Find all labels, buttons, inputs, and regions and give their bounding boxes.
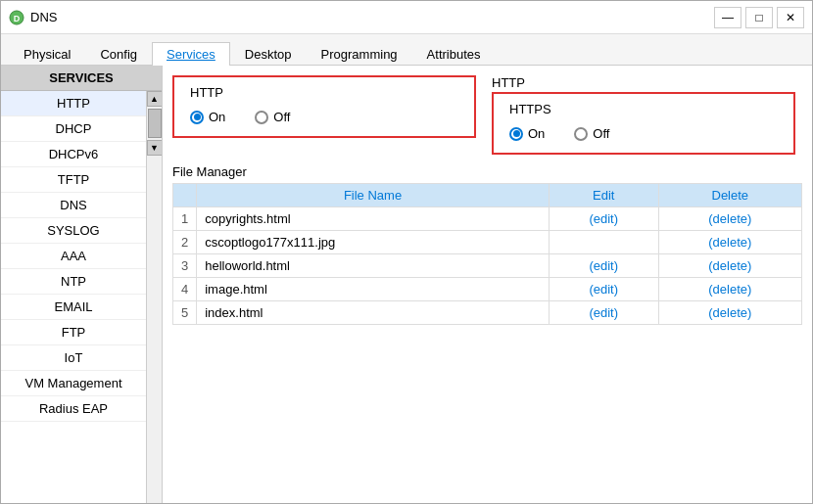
minimize-button[interactable]: — xyxy=(714,7,741,28)
file-table-body: 1copyrights.html(edit)(delete)2cscoptlog… xyxy=(173,207,802,325)
sidebar-item-aaa[interactable]: AAA xyxy=(1,244,146,269)
col-delete: Delete xyxy=(658,184,801,207)
main-window: D DNS — □ ✕ PhysicalConfigServicesDeskto… xyxy=(0,0,813,504)
title-bar-controls: — □ ✕ xyxy=(714,7,804,28)
sidebar-item-email[interactable]: EMAIL xyxy=(1,295,146,320)
http-radio-group: On Off xyxy=(190,110,458,124)
maximize-button[interactable]: □ xyxy=(745,7,773,28)
http-off-label[interactable]: Off xyxy=(255,110,290,124)
file-table-head: File Name Edit Delete xyxy=(173,184,802,207)
row-delete[interactable]: (delete) xyxy=(658,301,801,325)
tab-programming[interactable]: Programming xyxy=(307,42,412,66)
sidebar-item-ftp[interactable]: FTP xyxy=(1,320,146,345)
sidebar-item-dhcp[interactable]: DHCP xyxy=(1,116,146,142)
col-num xyxy=(173,184,197,207)
dns-icon: D xyxy=(9,10,24,25)
sidebar-item-syslog[interactable]: SYSLOG xyxy=(1,218,146,244)
row-edit[interactable]: (edit) xyxy=(549,254,658,278)
http-service-box: HTTP On Off xyxy=(172,75,476,138)
http-on-label[interactable]: On xyxy=(190,110,225,124)
row-num: 4 xyxy=(173,278,197,301)
row-edit[interactable]: (edit) xyxy=(549,301,658,325)
row-filename: image.html xyxy=(197,278,550,301)
tab-physical[interactable]: Physical xyxy=(9,42,85,66)
close-button[interactable]: ✕ xyxy=(777,7,804,28)
https-label-above: HTTP xyxy=(492,75,795,90)
sidebar-scroll: HTTPDHCPDHCPv6TFTPDNSSYSLOGAAANTPEMAILFT… xyxy=(1,91,162,503)
https-radio-group: On Off xyxy=(509,126,778,141)
http-on-radio[interactable] xyxy=(190,111,204,124)
sidebar-list: HTTPDHCPDHCPv6TFTPDNSSYSLOGAAANTPEMAILFT… xyxy=(1,91,146,503)
file-table: File Name Edit Delete 1copyrights.html(e… xyxy=(172,183,802,325)
table-row: 1copyrights.html(edit)(delete) xyxy=(173,207,802,231)
https-service-box-wrapper: HTTP HTTPS On Off xyxy=(492,75,795,155)
scroll-up-button[interactable]: ▲ xyxy=(147,91,163,107)
sidebar-item-http[interactable]: HTTP xyxy=(1,91,146,116)
row-num: 1 xyxy=(173,207,197,231)
file-manager-label: File Manager xyxy=(172,164,802,179)
svg-text:D: D xyxy=(14,14,21,23)
https-on-radio[interactable] xyxy=(509,127,523,141)
https-box: HTTPS On Off xyxy=(492,92,795,155)
http-off-radio[interactable] xyxy=(255,111,268,124)
table-row: 4image.html(edit)(delete) xyxy=(173,278,802,301)
sidebar-header: SERVICES xyxy=(1,66,162,91)
sidebar-item-dhcpv6[interactable]: DHCPv6 xyxy=(1,142,146,167)
http-box: HTTP On Off xyxy=(172,75,476,138)
scrollbar-track: ▲ ▼ xyxy=(146,91,162,503)
row-num: 5 xyxy=(173,301,197,325)
row-delete[interactable]: (delete) xyxy=(658,278,801,301)
https-off-text: Off xyxy=(593,126,609,141)
http-https-section: HTTP On Off xyxy=(172,75,802,155)
row-edit[interactable]: (edit) xyxy=(549,207,658,231)
scrollbar-thumb[interactable] xyxy=(148,109,162,138)
row-filename: index.html xyxy=(197,301,550,325)
col-filename: File Name xyxy=(197,184,550,207)
scroll-down-button[interactable]: ▼ xyxy=(147,140,163,156)
window-title: DNS xyxy=(30,10,57,24)
https-on-label[interactable]: On xyxy=(509,126,545,141)
https-off-radio[interactable] xyxy=(574,127,588,141)
tab-desktop[interactable]: Desktop xyxy=(230,42,307,66)
sidebar-item-radius[interactable]: Radius EAP xyxy=(1,396,146,422)
title-bar-left: D DNS xyxy=(9,10,57,25)
row-delete[interactable]: (delete) xyxy=(658,254,801,278)
row-num: 3 xyxy=(173,254,197,278)
http-on-text: On xyxy=(209,110,225,124)
main-content: HTTP On Off xyxy=(163,66,812,503)
https-off-label[interactable]: Off xyxy=(574,126,609,141)
sidebar-item-dns[interactable]: DNS xyxy=(1,193,146,218)
row-edit[interactable]: (edit) xyxy=(549,278,658,301)
content-area: SERVICES HTTPDHCPDHCPv6TFTPDNSSYSLOGAAAN… xyxy=(1,66,812,503)
row-filename: copyrights.html xyxy=(197,207,550,231)
table-row: 3helloworld.html(edit)(delete) xyxy=(173,254,802,278)
http-off-text: Off xyxy=(273,110,290,124)
row-filename: helloworld.html xyxy=(197,254,550,278)
sidebar-item-vm[interactable]: VM Management xyxy=(1,371,146,396)
sidebar-item-iot[interactable]: IoT xyxy=(1,345,146,371)
row-delete[interactable]: (delete) xyxy=(658,207,801,231)
row-num: 2 xyxy=(173,231,197,254)
row-filename: cscoptlogo177x111.jpg xyxy=(197,231,550,254)
table-row: 5index.html(edit)(delete) xyxy=(173,301,802,325)
table-row: 2cscoptlogo177x111.jpg(delete) xyxy=(173,231,802,254)
title-bar: D DNS — □ ✕ xyxy=(1,1,812,34)
row-edit xyxy=(549,231,658,254)
https-box-title: HTTPS xyxy=(509,102,778,116)
sidebar-item-tftp[interactable]: TFTP xyxy=(1,167,146,193)
col-edit: Edit xyxy=(549,184,658,207)
tab-config[interactable]: Config xyxy=(85,42,152,66)
https-on-text: On xyxy=(528,126,545,141)
tab-services[interactable]: Services xyxy=(152,42,230,66)
tab-bar: PhysicalConfigServicesDesktopProgramming… xyxy=(1,34,812,66)
row-delete[interactable]: (delete) xyxy=(658,231,801,254)
tab-attributes[interactable]: Attributes xyxy=(412,42,496,66)
http-box-title: HTTP xyxy=(190,85,458,100)
file-table-header-row: File Name Edit Delete xyxy=(173,184,802,207)
sidebar-item-ntp[interactable]: NTP xyxy=(1,269,146,295)
sidebar: SERVICES HTTPDHCPDHCPv6TFTPDNSSYSLOGAAAN… xyxy=(1,66,163,503)
